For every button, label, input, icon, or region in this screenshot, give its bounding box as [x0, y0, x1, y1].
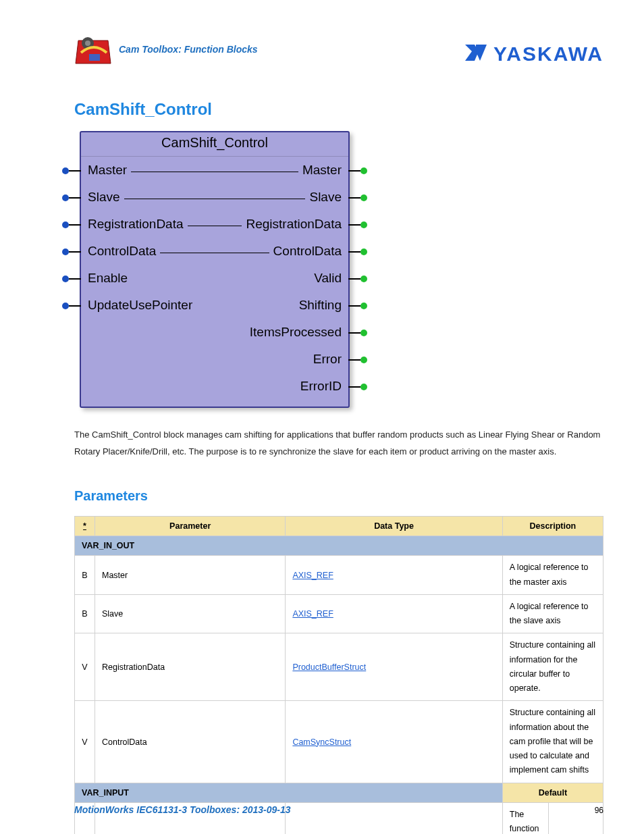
function-block-diagram: CamShift_Control MasterMasterSlaveSlaveR…: [80, 131, 350, 408]
param-group-row: VAR_INPUTDefault: [75, 783, 603, 802]
output-pin-icon: [348, 170, 360, 172]
fb-input-label: Slave: [88, 190, 120, 205]
output-pin-icon: [348, 251, 360, 253]
input-pin-icon: [69, 278, 81, 280]
type-link[interactable]: AXIS_REF: [292, 609, 333, 619]
cell-data-type: AXIS_REF: [286, 556, 502, 595]
cell-data-type: ProductBufferStruct: [286, 633, 502, 701]
svg-point-1: [85, 41, 90, 46]
cell-parameter: RegistrationData: [95, 633, 286, 701]
header-left: Cam Toolbox: Function Blocks: [74, 34, 258, 66]
doc-header: Cam Toolbox: Function Blocks YASKAWA: [74, 34, 603, 66]
group-label: VAR_IN_OUT: [75, 536, 603, 556]
fb-title: CamShift_Control: [81, 132, 348, 157]
fb-row: EnableValid: [81, 265, 348, 292]
default-header: Default: [502, 783, 603, 802]
table-row: BMasterAXIS_REFA logical reference to th…: [75, 556, 603, 595]
type-link[interactable]: AXIS_REF: [292, 571, 333, 580]
param-group-row: VAR_IN_OUT: [75, 536, 603, 556]
cell-parameter: ControlData: [95, 701, 286, 783]
fb-output-label: Valid: [314, 271, 342, 286]
passthrough-line-icon: [160, 253, 269, 253]
page-title: CamShift_Control: [74, 100, 603, 119]
fb-input-label: UpdateUsePointer: [88, 298, 192, 313]
fb-output-label: ControlData: [273, 244, 342, 259]
fb-row: ErrorID: [81, 373, 348, 400]
fb-output-label: ErrorID: [300, 379, 342, 394]
fb-input-label: ControlData: [88, 244, 156, 259]
cell-description: A logical reference to the slave axis: [502, 594, 603, 633]
output-pin-icon: [348, 278, 360, 280]
th-parameter: Parameter: [95, 517, 286, 536]
fb-output-label: ItemsProcessed: [250, 325, 342, 340]
th-star: *: [75, 517, 95, 536]
function-block: CamShift_Control MasterMasterSlaveSlaveR…: [80, 131, 350, 408]
cell-data-type: CamSyncStruct: [286, 701, 502, 783]
output-pin-icon: [348, 386, 360, 388]
fb-row: Error: [81, 346, 348, 373]
fb-input-label: Enable: [88, 271, 128, 286]
fb-output-label: Slave: [309, 190, 342, 205]
fb-output-label: Shifting: [299, 298, 342, 313]
fb-row: SlaveSlave: [81, 184, 348, 211]
input-pin-icon: [69, 170, 81, 172]
th-data-type: Data Type: [286, 517, 502, 536]
fb-output-label: RegistrationData: [246, 217, 342, 232]
cell-star: B: [75, 594, 95, 633]
cell-star: V: [75, 633, 95, 701]
table-row: VRegistrationDataProductBufferStructStru…: [75, 633, 603, 701]
cell-star: V: [75, 701, 95, 783]
footer-text: MotionWorks IEC61131-3 Toolboxes: 2013-0…: [74, 804, 291, 815]
fb-row: RegistrationDataRegistrationData: [81, 211, 348, 238]
brand-text: YASKAWA: [493, 43, 603, 66]
input-pin-icon: [69, 251, 81, 253]
type-link[interactable]: ProductBufferStruct: [292, 662, 366, 672]
output-pin-icon: [348, 332, 360, 334]
svg-rect-2: [89, 54, 100, 61]
input-pin-icon: [69, 305, 81, 307]
fb-row: UpdateUsePointerShifting: [81, 292, 348, 319]
fb-row: ItemsProcessed: [81, 319, 348, 346]
brand: YASKAWA: [462, 42, 603, 66]
output-pin-icon: [348, 305, 360, 307]
parameters-heading: Parameters: [74, 488, 603, 504]
passthrough-line-icon: [188, 226, 242, 226]
brand-mark-icon: [462, 42, 489, 66]
parameters-table: * Parameter Data Type Description VAR_IN…: [74, 516, 603, 834]
description-text: The CamShift_Control block manages cam s…: [74, 427, 603, 460]
th-description: Description: [502, 517, 603, 536]
output-pin-icon: [348, 224, 360, 226]
breadcrumb: Cam Toolbox: Function Blocks: [119, 44, 258, 55]
passthrough-line-icon: [131, 172, 298, 172]
fb-output-label: Master: [302, 163, 342, 178]
doc-footer: MotionWorks IEC61131-3 Toolboxes: 2013-0…: [74, 804, 603, 815]
cell-parameter: Master: [95, 556, 286, 595]
group-label: VAR_INPUT: [75, 783, 503, 802]
fb-row: MasterMaster: [81, 157, 348, 184]
fb-row: ControlDataControlData: [81, 238, 348, 265]
passthrough-line-icon: [124, 199, 306, 199]
table-row: VControlDataCamSyncStructStructure conta…: [75, 701, 603, 783]
cell-description: A logical reference to the master axis: [502, 556, 603, 595]
table-row: BSlaveAXIS_REFA logical reference to the…: [75, 594, 603, 633]
fb-input-label: RegistrationData: [88, 217, 184, 232]
cell-description: Structure containing all information for…: [502, 633, 603, 701]
output-pin-icon: [348, 197, 360, 199]
fb-output-label: Error: [313, 352, 342, 367]
cell-parameter: Slave: [95, 594, 286, 633]
product-logo-icon: [74, 34, 113, 66]
cell-star: B: [75, 556, 95, 595]
output-pin-icon: [348, 359, 360, 361]
footer-page-number: 96: [595, 806, 603, 815]
cell-data-type: AXIS_REF: [286, 594, 502, 633]
input-pin-icon: [69, 197, 81, 199]
type-link[interactable]: CamSyncStruct: [292, 737, 351, 747]
fb-input-label: Master: [88, 163, 127, 178]
cell-description: Structure containing all information abo…: [502, 701, 603, 783]
input-pin-icon: [69, 224, 81, 226]
